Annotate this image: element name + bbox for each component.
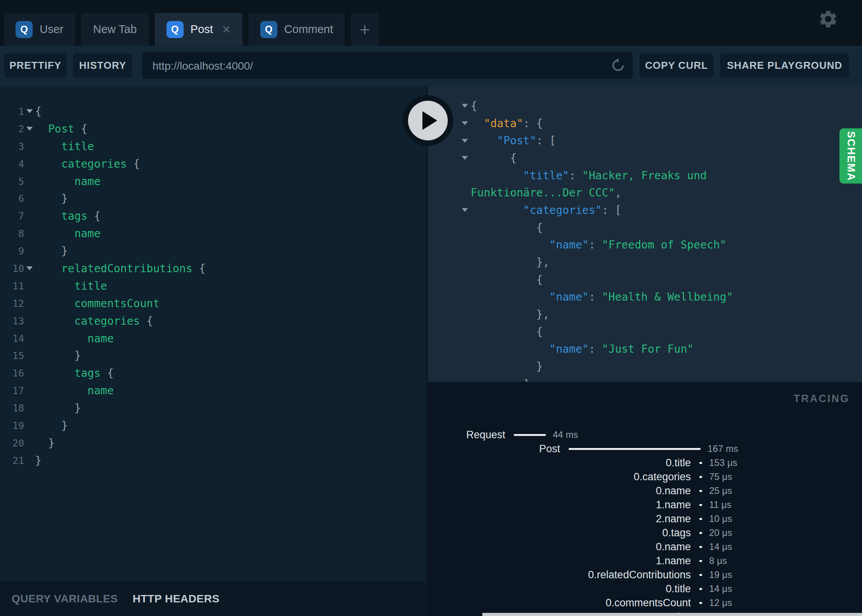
tab-bar: QUserNew TabQPost×QComment+ (4, 13, 385, 46)
fold-slot (459, 156, 471, 160)
query-line: 17 name (0, 382, 426, 399)
fold-toggle-icon[interactable] (462, 208, 468, 212)
trace-row: 0.name25 μs (428, 484, 862, 498)
trace-row: 0.categories75 μs (428, 470, 862, 484)
reload-endpoint-icon[interactable] (611, 58, 625, 73)
trace-row: 1.name8 μs (428, 554, 862, 568)
code-text: "name": "Freedom of Speech" (471, 238, 726, 251)
response-line: { (459, 271, 862, 289)
trace-duration-value: 20 μs (709, 527, 732, 538)
query-line: 9 } (0, 242, 426, 260)
tab-comment[interactable]: QComment (249, 13, 345, 46)
tab-new-tab[interactable]: New Tab (81, 13, 148, 46)
line-number: 5 (0, 176, 24, 187)
fold-slot (459, 104, 471, 108)
response-line: }, (459, 254, 862, 271)
trace-rows: Request44 msPost167 ms0.title153 μs0.cat… (428, 428, 862, 616)
trace-duration-value: 167 ms (708, 443, 738, 454)
trace-label: Request (428, 429, 505, 441)
code-text: categories { (35, 315, 153, 327)
execute-query-button[interactable] (403, 95, 453, 146)
line-number: 10 (0, 263, 24, 274)
trace-duration-bar (699, 546, 702, 548)
fold-toggle-icon[interactable] (462, 121, 468, 125)
code-text: Funktionäre...Der CCC", (471, 186, 622, 199)
endpoint-url-field (142, 52, 633, 79)
query-line: 21} (0, 452, 426, 469)
trace-row: 0.title153 μs (428, 456, 862, 470)
schema-tab[interactable]: SCHEMA (839, 128, 862, 184)
tab-post[interactable]: QPost× (155, 13, 242, 46)
query-line: 19 } (0, 417, 426, 434)
query-line: 8 name (0, 225, 426, 242)
fold-slot (24, 109, 35, 113)
tab-label: Comment (284, 23, 333, 36)
fold-toggle-icon[interactable] (26, 127, 33, 131)
query-line: 18 } (0, 399, 426, 417)
code-text: tags { (35, 210, 101, 222)
code-text: }, (471, 308, 549, 321)
trace-row: 0.name14 μs (428, 540, 862, 554)
share-playground-button[interactable]: SHARE PLAYGROUND (720, 53, 849, 78)
response-viewer: { "data": { "Post": [ { "title": "Hacker… (428, 86, 862, 382)
horizontal-scrollbar[interactable] (482, 613, 862, 616)
trace-label: 0.title (428, 583, 691, 595)
settings-gear-icon[interactable] (818, 9, 839, 30)
query-line: 2 Post { (0, 120, 426, 138)
trace-duration-bar (699, 602, 702, 604)
trace-label: 0.title (428, 457, 691, 469)
fold-toggle-icon[interactable] (462, 156, 468, 160)
history-button[interactable]: HISTORY (73, 53, 132, 78)
tracing-toggle[interactable]: TRACING (794, 393, 850, 405)
trace-row: 0.tags20 μs (428, 526, 862, 540)
fold-slot (24, 266, 35, 270)
response-line: { (459, 97, 862, 115)
fold-toggle-icon[interactable] (462, 139, 468, 143)
trace-duration-bar (699, 462, 702, 464)
fold-toggle-icon[interactable] (26, 266, 33, 270)
tab-user[interactable]: QUser (4, 13, 75, 46)
query-type-badge: Q (166, 21, 184, 38)
close-tab-icon[interactable]: × (223, 23, 231, 37)
response-line: { (459, 219, 862, 236)
query-line: 14 name (0, 330, 426, 347)
response-line: }, (459, 306, 862, 323)
code-text: commentsCount (35, 297, 159, 310)
code-text: relatedContributions { (35, 262, 205, 275)
endpoint-url-input[interactable] (152, 52, 597, 79)
query-editor[interactable]: 1{2 Post {3 title4 categories {5 name6 }… (0, 86, 428, 581)
tab-query-variables[interactable]: QUERY VARIABLES (12, 593, 118, 605)
trace-duration-value: 153 μs (709, 457, 738, 468)
trace-label: Post (428, 443, 560, 455)
trace-duration-value: 19 μs (709, 569, 732, 580)
trace-label: 0.tags (428, 527, 691, 539)
schema-tab-label: SCHEMA (845, 131, 857, 181)
code-text: { (471, 100, 477, 112)
tab-http-headers[interactable]: HTTP HEADERS (133, 593, 219, 605)
fold-toggle-icon[interactable] (462, 104, 468, 108)
trace-duration-bar (699, 476, 702, 478)
trace-duration-value: 10 μs (709, 513, 732, 524)
copy-curl-button[interactable]: COPY CURL (639, 53, 713, 78)
response-line: } (459, 358, 862, 375)
line-number: 7 (0, 210, 24, 222)
fold-toggle-icon[interactable] (26, 109, 33, 113)
trace-duration-bar (514, 434, 546, 436)
code-text: } (35, 454, 42, 467)
prettify-button[interactable]: PRETTIFY (4, 53, 67, 78)
trace-duration-value: 75 μs (709, 471, 732, 482)
add-tab-button[interactable]: + (351, 13, 378, 46)
trace-label: 0.relatedContributions (428, 569, 691, 581)
line-number: 15 (0, 350, 24, 361)
response-line: "name": "Just For Fun" (459, 341, 862, 358)
trace-duration-value: 11 μs (709, 499, 731, 510)
toolbar: PRETTIFY HISTORY COPY CURL SHARE PLAYGRO… (0, 46, 862, 86)
play-icon (422, 111, 437, 130)
query-line: 4 categories { (0, 155, 426, 173)
code-text: { (471, 326, 543, 338)
code-text: { (471, 152, 517, 164)
query-line: 16 tags { (0, 364, 426, 382)
fold-slot (459, 208, 471, 212)
trace-label: 0.commentsCount (428, 597, 691, 609)
code-text: "name": "Just For Fun" (471, 343, 694, 355)
